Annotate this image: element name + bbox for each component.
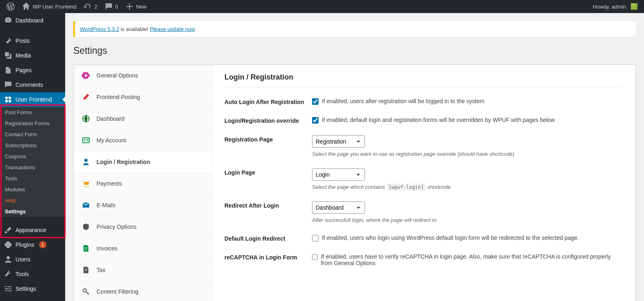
tab-frontend-posting[interactable]: Frontend Posting (74, 86, 212, 108)
sub-help[interactable]: Help (0, 195, 65, 206)
select-redirect-after[interactable]: Dashboard (312, 201, 365, 214)
users-icon (4, 255, 12, 263)
text-override: If enabled, default login and registrati… (322, 117, 555, 123)
select-login-page[interactable]: Login (312, 168, 365, 181)
row-auto-login: Auto Login After Registration If enabled… (224, 98, 623, 105)
update-notice: WordPress 5.3.2 is available! Please upd… (73, 21, 636, 37)
row-redirect-after: Redirect After Login Dashboard After suc… (224, 201, 623, 223)
sub-transactions[interactable]: Transactions (0, 162, 65, 173)
update-now-link[interactable]: Please update now (150, 26, 195, 32)
menu-media[interactable]: Media (0, 48, 65, 63)
menu-appearance[interactable]: Appearance (0, 223, 65, 237)
tab-invoices-label: Invoices (97, 245, 117, 252)
howdy-text: Howdy, admin (593, 4, 626, 10)
wpuf-icon (4, 95, 12, 104)
tab-frontend-posting-label: Frontend Posting (97, 94, 140, 100)
menu-user-frontend[interactable]: User Frontend (0, 92, 65, 107)
tab-general-options[interactable]: General Options (74, 65, 212, 86)
menu-posts-label: Posts (15, 38, 30, 44)
tab-emails[interactable]: E-Mails (74, 195, 212, 216)
sub-contact-form[interactable]: Contact Form (0, 129, 65, 140)
sub-coupons[interactable]: Coupons (0, 151, 65, 162)
tab-my-account-label: My Account (97, 137, 126, 144)
settings-panel: Login / Registration Auto Login After Re… (212, 65, 635, 301)
new-label: New (136, 4, 147, 10)
notice-mid: is available! (119, 26, 150, 32)
tab-invoices[interactable]: Invoices (74, 238, 212, 259)
comments[interactable]: 0 (101, 0, 121, 13)
checkbox-override[interactable] (312, 117, 319, 124)
site-name[interactable]: WP User Frontend (19, 0, 79, 13)
tab-tax[interactable]: Tax (74, 259, 212, 281)
checkbox-recaptcha[interactable] (312, 254, 318, 260)
admin-sidebar: Dashboard Posts Media Pages Comments Use… (0, 13, 65, 301)
user-icon (82, 158, 90, 166)
plugin-icon (4, 241, 12, 249)
my-account[interactable]: Howdy, admin (590, 0, 641, 13)
brush-icon (4, 226, 12, 234)
menu-plugins[interactable]: Plugins 1 (0, 237, 65, 252)
comment-icon (105, 2, 113, 11)
tab-login-registration[interactable]: Login / Registration (74, 151, 212, 173)
new-content[interactable]: New (122, 0, 150, 13)
label-default-redirect: Default Login Redirect (224, 235, 312, 242)
menu-pages-label: Pages (15, 67, 32, 73)
menu-comments-label: Comments (15, 82, 43, 88)
menu-users[interactable]: Users (0, 252, 65, 267)
wp-logo[interactable] (3, 0, 18, 13)
menu-posts[interactable]: Posts (0, 33, 65, 48)
tab-general-label: General Options (97, 72, 138, 79)
plus-icon (125, 2, 134, 11)
desc-login-page: Select the page which contains [wpuf-log… (312, 184, 623, 190)
menu-uf-label: User Frontend (15, 96, 52, 103)
sub-settings[interactable]: Settings (0, 206, 65, 217)
sub-modules[interactable]: Modules (0, 184, 65, 195)
menu-tools[interactable]: Tools (0, 267, 65, 281)
row-login-page: Login Page Login Select the page which c… (224, 168, 623, 190)
tab-content-filtering-label: Content Filtering (97, 288, 138, 295)
home-icon (22, 2, 30, 11)
tab-privacy[interactable]: Privacy Options (74, 216, 212, 238)
svg-point-2 (84, 139, 86, 141)
main-content: WordPress 5.3.2 is available! Please upd… (65, 13, 644, 301)
tab-payments[interactable]: Payments (74, 173, 212, 195)
menu-comments[interactable]: Comments (0, 77, 65, 92)
updates[interactable]: 2 (80, 0, 100, 13)
key-icon (82, 288, 90, 296)
sub-post-forms[interactable]: Post Forms (0, 107, 65, 118)
select-reg-page[interactable]: Registration (312, 135, 365, 148)
tab-my-account[interactable]: My Account (74, 130, 212, 151)
svg-point-3 (85, 186, 86, 187)
comment-icon (4, 81, 12, 89)
tab-login-reg-label: Login / Registration (97, 159, 150, 165)
checkbox-default-redirect[interactable] (312, 235, 319, 241)
submenu-user-frontend: Post Forms Registration Forms Contact Fo… (0, 107, 65, 217)
tab-content-filtering[interactable]: Content Filtering (74, 281, 212, 301)
updates-count: 2 (94, 4, 97, 10)
checkbox-auto-login[interactable] (312, 98, 319, 105)
sub-tools[interactable]: Tools (0, 173, 65, 184)
desc-reg-page: Select the page you want to use as regis… (312, 151, 623, 157)
row-reg-page: Registration Page Registration Select th… (224, 135, 623, 157)
menu-settings[interactable]: Settings (0, 281, 65, 296)
menu-dashboard[interactable]: Dashboard (0, 13, 65, 28)
comments-count: 0 (115, 4, 118, 10)
text-default-redirect: If enabled, users who login using WordPr… (322, 235, 579, 241)
avatar (631, 3, 637, 10)
tab-privacy-label: Privacy Options (97, 224, 136, 230)
document-icon (82, 266, 90, 274)
update-icon (84, 2, 92, 11)
row-default-redirect: Default Login Redirect If enabled, users… (224, 235, 623, 242)
gear-icon (82, 71, 90, 80)
sub-subscriptions[interactable]: Subscriptions (0, 140, 65, 151)
menu-appearance-label: Appearance (15, 227, 46, 233)
wp-version-link[interactable]: WordPress 5.3.2 (80, 26, 119, 32)
site-name-label: WP User Frontend (33, 4, 76, 10)
sub-registration-forms[interactable]: Registration Forms (0, 118, 65, 129)
menu-users-label: Users (15, 256, 31, 263)
mail-icon (82, 201, 90, 209)
sliders-icon (4, 285, 12, 293)
tab-dashboard[interactable]: Dashboard (74, 108, 212, 130)
wordpress-icon (7, 2, 15, 11)
menu-pages[interactable]: Pages (0, 63, 65, 77)
